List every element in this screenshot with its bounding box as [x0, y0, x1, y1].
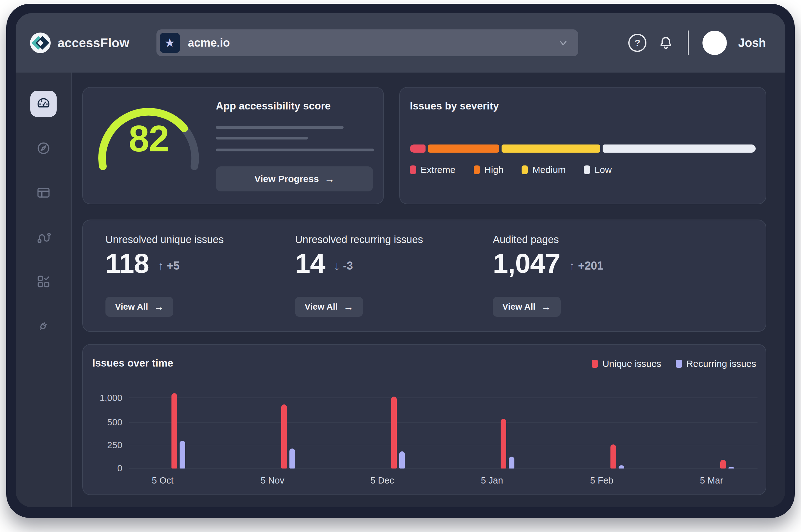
skeleton-line	[216, 149, 374, 151]
view-all-recurring-button[interactable]: View All →	[295, 297, 363, 317]
low-swatch-icon	[584, 166, 590, 174]
recurring-issues-bar	[509, 457, 515, 469]
trend-up-icon: ↑	[569, 259, 575, 273]
recurring-issues-bar	[619, 466, 624, 469]
legend-label: Recurring issues	[687, 358, 756, 369]
severity-segment-high	[428, 145, 499, 153]
project-selector[interactable]: ★ acme.io	[156, 30, 578, 56]
y-axis-tick-label: 500	[107, 417, 122, 428]
chart-legend: Unique issues Recurring issues	[592, 358, 756, 369]
unique-issues-bar	[281, 404, 287, 469]
x-axis-label: 5 Mar	[687, 475, 737, 486]
severity-segment-extreme	[410, 145, 426, 153]
legend-label: Extreme	[421, 165, 455, 175]
gridline	[129, 445, 758, 445]
topbar: accessFlow ★ acme.io ?	[16, 13, 785, 73]
issues-over-time-card: Issues over time Unique issues Recurring…	[82, 344, 766, 495]
y-axis-tick-label: 0	[117, 463, 122, 474]
y-axis-tick-label: 250	[107, 440, 122, 450]
plug-icon	[36, 318, 51, 334]
view-all-label: View All	[305, 302, 338, 312]
stat-label: Unresolved unique issues	[106, 234, 224, 246]
x-axis-label: 5 Oct	[138, 475, 188, 486]
stat-delta: ↑ +5	[158, 259, 180, 273]
skeleton-line	[216, 137, 308, 139]
x-axis-label: 5 Nov	[247, 475, 298, 486]
legend-label: Unique issues	[602, 358, 661, 369]
app-window-frame: accessFlow ★ acme.io ?	[6, 4, 795, 518]
view-all-unique-button[interactable]: View All →	[106, 297, 173, 317]
unique-issues-bar	[720, 460, 726, 469]
sidebar-item-integrations[interactable]	[30, 313, 57, 339]
delta-value: -3	[343, 259, 353, 272]
severity-segment-low	[603, 145, 756, 153]
sidebar-item-audits[interactable]	[30, 268, 57, 294]
legend-label: Medium	[532, 165, 566, 175]
app-surface: accessFlow ★ acme.io ?	[16, 13, 785, 507]
sidebar-item-dashboard[interactable]	[30, 91, 57, 117]
score-card-details: App accessibility score View Progress →	[216, 100, 374, 204]
help-icon[interactable]: ?	[628, 34, 647, 52]
y-axis: 02505001,000	[83, 388, 122, 469]
accessflow-logo-icon	[30, 33, 51, 53]
speedometer-icon	[36, 96, 51, 111]
sidebar-item-flows[interactable]	[30, 224, 57, 250]
legend-item-extreme: Extreme	[410, 165, 455, 175]
delta-value: +5	[167, 259, 180, 272]
legend-item-unique-issues: Unique issues	[592, 358, 661, 369]
view-progress-label: View Progress	[254, 174, 319, 184]
chevron-down-icon	[558, 37, 569, 49]
brand-logo: accessFlow	[30, 33, 130, 53]
gridline	[129, 422, 758, 422]
legend-item-high: High	[474, 165, 504, 175]
score-value: 82	[92, 120, 205, 157]
arrow-right-icon: →	[324, 173, 334, 185]
y-axis-tick-label: 1,000	[99, 393, 122, 403]
bell-icon[interactable]	[658, 35, 674, 51]
stat-value: 118	[106, 250, 149, 277]
view-all-label: View All	[503, 302, 536, 312]
user-name[interactable]: Josh	[738, 36, 766, 50]
x-axis-label: 5 Dec	[357, 475, 407, 486]
unique-issues-bar	[501, 419, 506, 469]
arrow-right-icon: →	[343, 301, 353, 313]
stat-label: Unresolved recurring issues	[295, 234, 423, 246]
view-all-pages-button[interactable]: View All →	[493, 297, 561, 317]
sidebar-item-pages[interactable]	[30, 179, 57, 206]
arrow-right-icon: →	[154, 301, 164, 313]
topbar-divider	[688, 30, 689, 55]
unique-issues-bar	[391, 397, 397, 469]
legend-item-recurring-issues: Recurring issues	[676, 358, 756, 369]
gridline	[129, 468, 758, 469]
stat-label: Audited pages	[493, 234, 559, 246]
gridline	[129, 398, 758, 398]
severity-stacked-bar	[410, 145, 756, 153]
topbar-actions: ? Josh	[628, 30, 766, 55]
x-axis-label: 5 Feb	[577, 475, 627, 486]
legend-label: Low	[595, 165, 612, 175]
score-card-title: App accessibility score	[216, 100, 374, 112]
app-body: 82 App accessibility score View Progress…	[16, 73, 785, 507]
star-icon: ★	[160, 33, 180, 53]
arrow-right-icon: →	[541, 301, 551, 313]
recurring-issues-swatch-icon	[676, 360, 682, 368]
brand-name: accessFlow	[58, 36, 130, 50]
recurring-issues-bar	[180, 441, 185, 469]
stat-value: 1,047	[493, 250, 560, 277]
view-progress-button[interactable]: View Progress →	[216, 166, 373, 191]
stat-delta: ↓ -3	[334, 259, 353, 273]
legend-item-medium: Medium	[522, 165, 566, 175]
avatar[interactable]	[703, 31, 727, 55]
chart-plot: 5 Oct5 Nov5 Dec5 Jan5 Feb5 Mar	[129, 388, 758, 469]
high-swatch-icon	[474, 166, 480, 174]
chart-title: Issues over time	[92, 357, 173, 369]
skeleton-line	[216, 126, 343, 129]
sidebar-item-explore[interactable]	[30, 135, 57, 162]
issues-by-severity-card: Issues by severity Extreme High	[399, 87, 766, 204]
stat-delta: ↑ +201	[569, 259, 603, 273]
grid-check-icon	[36, 274, 51, 289]
x-axis-label: 5 Jan	[467, 475, 517, 486]
extreme-swatch-icon	[410, 166, 416, 174]
stat-value: 14	[295, 250, 325, 277]
sidebar	[16, 73, 72, 507]
